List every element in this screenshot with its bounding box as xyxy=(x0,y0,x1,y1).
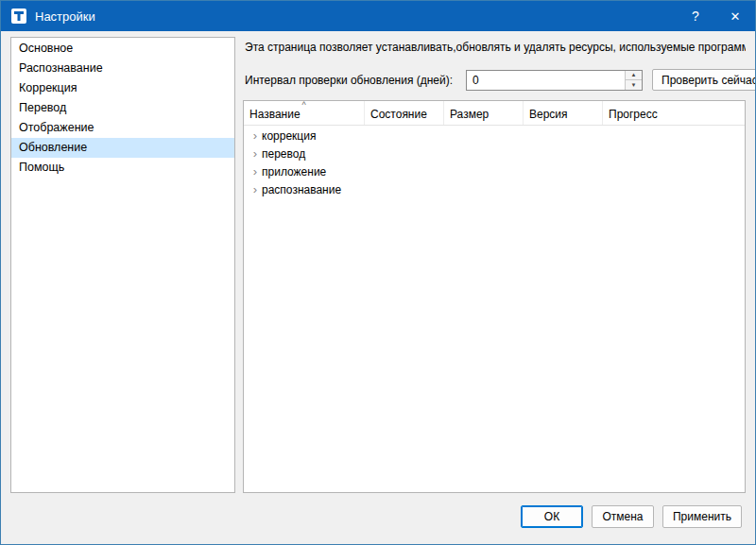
sidebar-item-recognition[interactable]: Распознавание xyxy=(11,59,234,78)
tree-row-label: коррекция xyxy=(262,129,316,143)
tree-row-correction[interactable]: › коррекция xyxy=(244,127,745,145)
update-interval-label: Интервал проверки обновления (дней): xyxy=(245,74,453,87)
column-header-name-label: Название xyxy=(249,108,301,121)
spin-up-icon[interactable]: ▲ xyxy=(626,71,642,80)
page-description: Эта страница позволяет устанавливать,обн… xyxy=(245,41,746,54)
tree-row-application[interactable]: › приложение xyxy=(244,162,745,180)
check-now-button[interactable]: Проверить сейчас xyxy=(652,69,756,91)
resources-table: ^ Название Состояние Размер Версия Прогр… xyxy=(243,100,746,493)
tree-row-label: распознавание xyxy=(262,183,341,196)
window-title: Настройки xyxy=(35,9,95,24)
column-header-size-label: Размер xyxy=(450,108,489,121)
expand-chevron-icon[interactable]: › xyxy=(249,165,262,178)
settings-window: Настройки ? ✕ Основное Распознавание Кор… xyxy=(0,0,756,545)
sidebar-item-general[interactable]: Основное xyxy=(11,39,234,59)
dialog-footer: ОК Отмена Применить xyxy=(1,497,755,544)
column-header-progress-label: Прогресс xyxy=(609,108,658,121)
expand-chevron-icon[interactable]: › xyxy=(249,129,262,142)
expand-chevron-icon[interactable]: › xyxy=(249,183,262,196)
tree-row-translation[interactable]: › перевод xyxy=(244,145,745,162)
spinner-buttons: ▲ ▼ xyxy=(625,71,642,90)
column-header-progress[interactable]: Прогресс xyxy=(603,101,745,125)
sidebar-item-correction[interactable]: Коррекция xyxy=(11,78,234,98)
close-icon[interactable]: ✕ xyxy=(715,1,755,31)
apply-button[interactable]: Применить xyxy=(662,505,742,528)
update-settings-panel: Эта страница позволяет устанавливать,обн… xyxy=(243,37,746,493)
cancel-button[interactable]: Отмена xyxy=(592,505,654,528)
sidebar-item-update[interactable]: Обновление xyxy=(11,138,234,158)
tree-row-recognition[interactable]: › распознавание xyxy=(244,180,745,198)
ok-button[interactable]: ОК xyxy=(521,505,583,528)
expand-chevron-icon[interactable]: › xyxy=(249,147,262,160)
sidebar-item-help[interactable]: Помощь xyxy=(11,158,234,178)
table-body: › коррекция › перевод › приложение › рас… xyxy=(244,126,745,492)
tree-row-label: перевод xyxy=(262,147,305,161)
update-interval-spinbox: ▲ ▼ xyxy=(466,70,643,91)
spin-down-icon[interactable]: ▼ xyxy=(626,79,642,90)
column-header-state[interactable]: Состояние xyxy=(365,101,444,125)
app-icon xyxy=(10,8,27,25)
update-interval-row: Интервал проверки обновления (дней): ▲ ▼… xyxy=(245,69,746,91)
help-icon[interactable]: ? xyxy=(676,1,715,31)
update-interval-input[interactable] xyxy=(467,71,625,90)
tree-row-label: приложение xyxy=(262,165,326,179)
titlebar: Настройки ? ✕ xyxy=(1,1,755,31)
column-header-size[interactable]: Размер xyxy=(444,101,524,125)
sort-ascending-icon: ^ xyxy=(301,101,305,110)
sidebar-item-display[interactable]: Отображение xyxy=(11,118,234,138)
settings-category-list: Основное Распознавание Коррекция Перевод… xyxy=(10,37,235,493)
column-header-name[interactable]: ^ Название xyxy=(244,101,365,125)
table-header-row: ^ Название Состояние Размер Версия Прогр… xyxy=(244,101,745,126)
column-header-version[interactable]: Версия xyxy=(524,101,603,125)
column-header-version-label: Версия xyxy=(529,108,568,121)
sidebar-item-translation[interactable]: Перевод xyxy=(11,98,234,118)
column-header-state-label: Состояние xyxy=(370,108,427,121)
dialog-body: Основное Распознавание Коррекция Перевод… xyxy=(1,31,755,497)
